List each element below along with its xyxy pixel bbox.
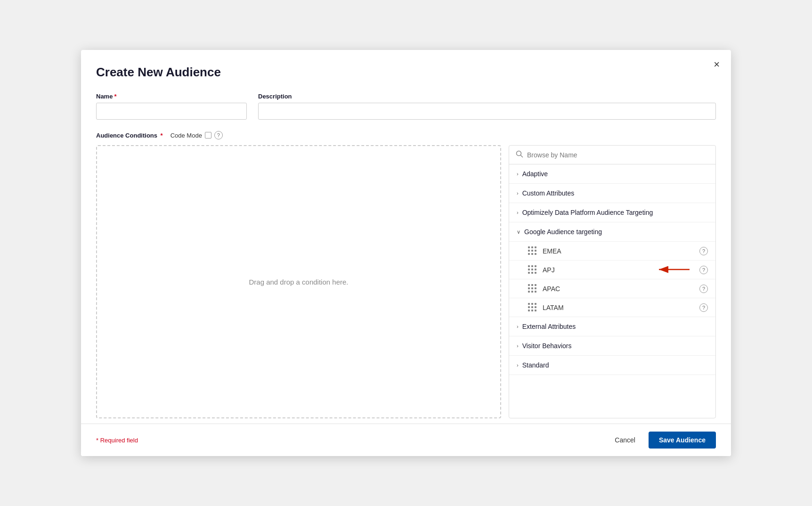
description-label: Description [258, 93, 716, 100]
visitor-behaviors-label: Visitor Behaviors [522, 342, 708, 350]
conditions-required-star: * [159, 132, 163, 139]
grid-icon [528, 303, 537, 312]
tree-item-adaptive-header[interactable]: › Adaptive [509, 164, 715, 183]
tree-item-standard-header[interactable]: › Standard [509, 356, 715, 375]
sub-item-apj[interactable]: APJ ? [509, 260, 715, 279]
sub-item-latam[interactable]: LATAM ? [509, 298, 715, 317]
apj-help-icon[interactable]: ? [699, 266, 708, 274]
modal-title: Create New Audience [96, 65, 716, 80]
main-content: Drag and drop a condition here. › Adap [96, 145, 716, 418]
modal-footer: * Required field Cancel Save Audience [81, 424, 731, 456]
external-attributes-label: External Attributes [522, 323, 708, 330]
cancel-button[interactable]: Cancel [607, 433, 643, 448]
save-audience-button[interactable]: Save Audience [649, 432, 716, 449]
latam-label: LATAM [543, 304, 694, 311]
tree-item-external-attributes-header[interactable]: › External Attributes [509, 317, 715, 336]
tree-item-adaptive: › Adaptive [509, 164, 715, 184]
standard-label: Standard [522, 361, 708, 369]
code-mode-label: Code Mode [171, 132, 202, 139]
emea-help-icon[interactable]: ? [699, 247, 708, 255]
adaptive-label: Adaptive [522, 170, 708, 178]
chevron-down-icon: ∨ [517, 229, 520, 235]
tree-item-odp: › Optimizely Data Platform Audience Targ… [509, 203, 715, 222]
search-box [509, 146, 715, 164]
name-group: Name* [96, 93, 247, 120]
google-audience-label: Google Audience targeting [524, 228, 708, 236]
sidebar-panel: › Adaptive › Custom Attributes › Optimiz [509, 145, 716, 418]
name-label: Name* [96, 93, 247, 100]
audience-conditions-label: Audience Conditions * [96, 132, 163, 139]
code-mode-help-icon[interactable]: ? [214, 131, 223, 139]
emea-label: EMEA [543, 247, 694, 255]
create-audience-modal: × Create New Audience Name* Description … [81, 50, 731, 456]
tree-item-external-attributes: › External Attributes [509, 317, 715, 336]
description-group: Description [258, 93, 716, 120]
tree-item-odp-header[interactable]: › Optimizely Data Platform Audience Targ… [509, 203, 715, 222]
chevron-right-icon: › [517, 171, 519, 177]
google-sub-items: EMEA ? APJ ? [509, 241, 715, 317]
tree-item-custom-attributes-header[interactable]: › Custom Attributes [509, 184, 715, 203]
tree-item-standard: › Standard [509, 356, 715, 375]
drop-hint-text: Drag and drop a condition here. [249, 278, 349, 286]
conditions-row: Audience Conditions * Code Mode ? [96, 131, 716, 139]
apj-label: APJ [543, 266, 694, 274]
chevron-right-icon: › [517, 190, 519, 196]
sub-item-emea[interactable]: EMEA ? [509, 241, 715, 260]
grid-icon [528, 246, 537, 255]
tree-item-google: ∨ Google Audience targeting [509, 222, 715, 317]
latam-help-icon[interactable]: ? [699, 303, 708, 312]
code-mode-checkbox[interactable] [205, 132, 211, 139]
name-required-star: * [114, 93, 116, 100]
chevron-right-icon: › [517, 210, 519, 215]
code-mode-group: Code Mode ? [171, 131, 223, 139]
custom-attributes-label: Custom Attributes [522, 189, 708, 197]
description-input[interactable] [258, 103, 716, 120]
chevron-right-icon: › [517, 324, 519, 329]
chevron-right-icon: › [517, 343, 519, 349]
tree-item-visitor-behaviors: › Visitor Behaviors [509, 336, 715, 356]
tree-item-visitor-behaviors-header[interactable]: › Visitor Behaviors [509, 336, 715, 355]
apac-help-icon[interactable]: ? [699, 285, 708, 293]
search-icon [516, 150, 523, 159]
svg-line-1 [521, 155, 523, 157]
grid-icon [528, 265, 537, 274]
tree-item-custom-attributes: › Custom Attributes [509, 184, 715, 203]
chevron-right-icon: › [517, 362, 519, 368]
tree-list: › Adaptive › Custom Attributes › Optimiz [509, 164, 715, 375]
close-button[interactable]: × [714, 58, 720, 71]
required-note: * Required field [96, 437, 138, 444]
form-top-row: Name* Description [96, 93, 716, 120]
sub-item-apac[interactable]: APAC ? [509, 279, 715, 298]
search-input[interactable] [527, 151, 709, 159]
apac-label: APAC [543, 285, 694, 293]
grid-icon [528, 284, 537, 293]
footer-buttons: Cancel Save Audience [607, 432, 716, 449]
drop-zone: Drag and drop a condition here. [96, 145, 501, 418]
name-input[interactable] [96, 103, 247, 120]
tree-item-google-header[interactable]: ∨ Google Audience targeting [509, 222, 715, 241]
odp-label: Optimizely Data Platform Audience Target… [522, 209, 708, 216]
